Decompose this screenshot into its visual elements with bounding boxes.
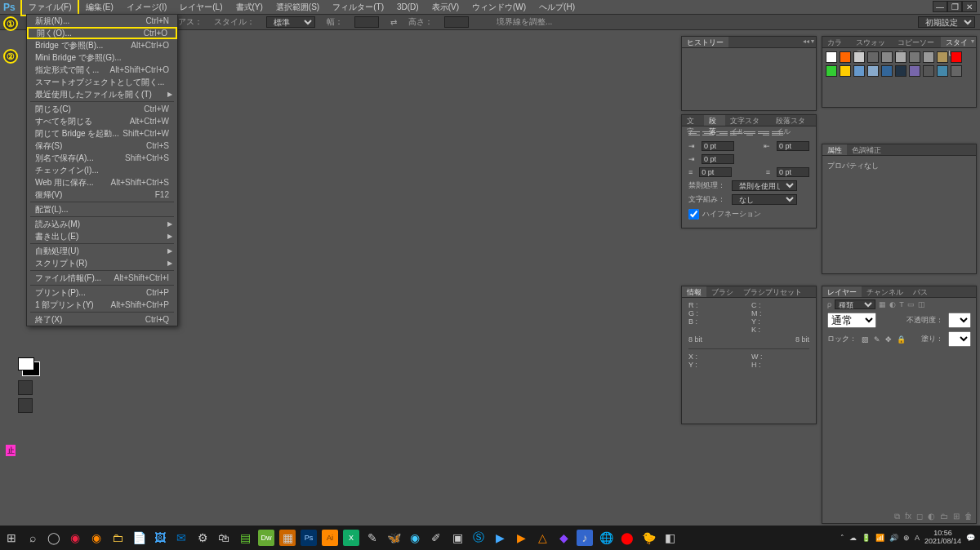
skype-icon[interactable]: Ⓢ: [470, 530, 487, 546]
file-menu-item[interactable]: プリント(P)...Ctrl+P: [27, 286, 177, 299]
new-layer-icon[interactable]: ⊞: [953, 512, 960, 521]
indent-left-input[interactable]: [702, 141, 734, 151]
app-icon-4[interactable]: ✐: [428, 530, 444, 546]
panel-menu-icon[interactable]: ▾: [971, 38, 974, 45]
app-icon-6[interactable]: 🐤: [640, 530, 657, 546]
brushpreset-tab[interactable]: ブラシプリセット: [738, 286, 807, 297]
menu-3d[interactable]: 3D(D): [390, 1, 425, 13]
style-swatch[interactable]: [937, 65, 948, 77]
file-menu-item[interactable]: 保存(S)Ctrl+S: [27, 140, 177, 152]
start-button[interactable]: ⊞: [3, 530, 20, 546]
file-menu-item[interactable]: 終了(X)Ctrl+Q: [27, 313, 177, 326]
style-swatch[interactable]: [853, 51, 865, 63]
settings-icon[interactable]: ⚙: [194, 530, 211, 546]
style-swatch[interactable]: [895, 65, 906, 77]
style-swatch[interactable]: [895, 51, 906, 63]
new-group-icon[interactable]: 🗀: [940, 512, 948, 521]
illustrator-icon[interactable]: Ai: [322, 530, 338, 546]
tray-ime-icon[interactable]: ⊕: [903, 534, 910, 542]
excel-icon[interactable]: X: [343, 530, 359, 546]
file-menu-item[interactable]: Bridge で参照(B)...Alt+Ctrl+O: [27, 39, 177, 51]
msstore-icon[interactable]: 🛍: [216, 530, 232, 546]
firefox-icon[interactable]: ◉: [88, 530, 105, 546]
notepad-icon[interactable]: 📄: [131, 530, 147, 546]
file-menu-item[interactable]: 開く(O)...Ctrl+O: [27, 27, 177, 39]
file-menu-item[interactable]: スクリプト(R)▶: [27, 257, 177, 269]
style-swatch[interactable]: [923, 65, 934, 77]
paragraph-tab[interactable]: 段落: [704, 115, 726, 126]
tray-chevron-icon[interactable]: ˄: [840, 534, 844, 542]
justify-all-icon[interactable]: [772, 128, 783, 138]
filter-type-icon[interactable]: T: [899, 300, 904, 308]
app-icon-2[interactable]: ✎: [364, 530, 381, 546]
swatch-tab[interactable]: スウォッチ: [851, 37, 893, 47]
style-swatch[interactable]: [826, 65, 837, 77]
style-swatch[interactable]: [881, 65, 893, 77]
style-swatch[interactable]: [826, 51, 837, 63]
tray-volume-icon[interactable]: 🔊: [889, 534, 898, 542]
lock-trans-icon[interactable]: ▨: [862, 335, 869, 344]
lock-paint-icon[interactable]: ✎: [874, 335, 880, 344]
brush-tab[interactable]: ブラシ: [706, 286, 738, 297]
style-swatch[interactable]: [867, 65, 879, 77]
file-menu-item[interactable]: 復帰(V)F12: [27, 189, 177, 201]
opt-swap-icon[interactable]: ⇄: [390, 18, 397, 27]
taskbar-clock[interactable]: 10:56 2021/08/14: [924, 530, 961, 546]
app-icon-7[interactable]: ◧: [662, 530, 678, 546]
screenmode-icon[interactable]: [18, 398, 33, 413]
menu-edit[interactable]: 編集(E): [79, 0, 119, 15]
style-swatch[interactable]: [937, 51, 948, 63]
justify-center-icon[interactable]: [744, 128, 755, 138]
properties-tab[interactable]: 属性: [822, 144, 847, 155]
panel-collapse-icon[interactable]: ◂◂: [803, 38, 809, 45]
style-swatch[interactable]: [840, 51, 851, 63]
menu-help[interactable]: ヘルプ(H): [532, 0, 581, 15]
justify-left-icon[interactable]: [730, 128, 742, 138]
character-tab[interactable]: 文字: [682, 115, 704, 126]
lock-move-icon[interactable]: ✥: [885, 335, 892, 344]
opt-width-input[interactable]: [354, 16, 379, 28]
file-menu-item[interactable]: スマートオブジェクトとして開く...: [27, 76, 177, 88]
space-after-input[interactable]: [777, 167, 809, 177]
layer-fx-icon[interactable]: fx: [905, 512, 911, 521]
file-menu-item[interactable]: すべてを閉じるAlt+Ctrl+W: [27, 115, 177, 127]
info-tab[interactable]: 情報: [682, 286, 706, 297]
app-icon-3[interactable]: ◉: [407, 530, 423, 546]
style-swatch[interactable]: [951, 51, 962, 63]
paths-tab[interactable]: パス: [908, 286, 933, 297]
file-menu-item[interactable]: Web 用に保存...Alt+Shift+Ctrl+S: [27, 176, 177, 189]
cortana-icon[interactable]: ◯: [46, 530, 62, 546]
app-icon-1[interactable]: ▤: [237, 530, 253, 546]
style-swatch[interactable]: [867, 51, 879, 63]
menu-window[interactable]: ウィンドウ(W): [466, 0, 532, 15]
lock-all-icon[interactable]: 🔒: [897, 335, 906, 344]
fill-select[interactable]: [948, 331, 971, 347]
tray-lang-icon[interactable]: A: [915, 534, 920, 542]
layers-kind-select[interactable]: 種類: [835, 299, 875, 309]
panel-menu-icon[interactable]: ▾: [811, 38, 814, 45]
style-swatch[interactable]: [909, 51, 920, 63]
app-icon-5[interactable]: ◆: [555, 530, 572, 546]
file-menu-item[interactable]: 閉じて Bridge を起動...Shift+Ctrl+W: [27, 127, 177, 140]
tray-battery-icon[interactable]: 🔋: [862, 534, 871, 542]
link-layers-icon[interactable]: ⧉: [894, 512, 900, 521]
menu-select[interactable]: 選択範囲(S): [270, 0, 326, 15]
opt-style-select[interactable]: 標準: [266, 16, 315, 28]
history-tab[interactable]: ヒストリー: [682, 37, 728, 47]
filter-shape-icon[interactable]: ▭: [907, 300, 915, 308]
layer-mask-icon[interactable]: ◻: [916, 512, 923, 521]
workspace-select[interactable]: 初期設定: [918, 16, 975, 28]
align-center-icon[interactable]: [702, 128, 714, 138]
file-menu-item[interactable]: 最近使用したファイルを開く(T)▶: [27, 88, 177, 100]
opacity-select[interactable]: [948, 313, 971, 328]
align-left-icon[interactable]: [688, 128, 700, 138]
file-menu-item[interactable]: Mini Bridge で参照(G)...: [27, 51, 177, 64]
file-menu-item[interactable]: 1 部プリント(Y)Alt+Shift+Ctrl+P: [27, 299, 177, 311]
filter-smart-icon[interactable]: ◫: [918, 300, 925, 308]
menu-layer[interactable]: レイヤー(L): [173, 0, 229, 15]
photoshop-icon[interactable]: Ps: [301, 530, 317, 546]
obs-icon[interactable]: ▣: [449, 530, 466, 546]
menu-image[interactable]: イメージ(I): [120, 0, 173, 15]
menu-type[interactable]: 書式(Y): [229, 0, 270, 15]
file-menu-item[interactable]: 読み込み(M)▶: [27, 218, 177, 230]
